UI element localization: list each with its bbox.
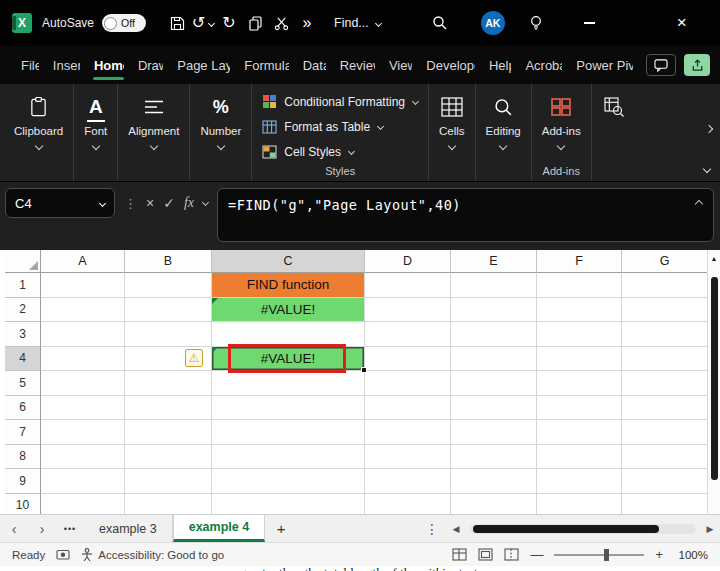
column-header-C[interactable]: C (212, 250, 365, 273)
autosave-toggle[interactable]: Off (102, 14, 146, 32)
ribbon-group-font[interactable]: A Font (74, 84, 118, 181)
cell-C3[interactable] (212, 322, 365, 347)
cell-A9[interactable] (41, 469, 125, 494)
menu-tab-formulas[interactable]: Formulas (243, 49, 288, 82)
cell-B8[interactable] (125, 445, 212, 470)
ribbon-group-alignment[interactable]: Alignment (118, 84, 190, 181)
conditional-formatting-button[interactable]: Conditional Formatting (262, 89, 418, 114)
cell-E6[interactable] (451, 396, 537, 421)
sheet-nav-prev[interactable]: ‹ (0, 515, 28, 542)
cell-D10[interactable] (365, 494, 451, 515)
close-button[interactable]: × (669, 8, 695, 38)
fill-handle[interactable] (361, 367, 367, 373)
sheet-tab-example-3[interactable]: example 3 (84, 515, 173, 542)
cell-B6[interactable] (125, 396, 212, 421)
ribbon-collapse-icon[interactable] (703, 165, 711, 173)
cell-D5[interactable] (365, 371, 451, 396)
copy-button[interactable] (242, 8, 268, 38)
cell-B4[interactable]: ⚠ (125, 347, 212, 372)
cell-E8[interactable] (451, 445, 537, 470)
cell-F2[interactable] (537, 298, 622, 323)
scroll-left-button[interactable]: ◀ (446, 515, 466, 542)
account-avatar[interactable]: AK (481, 11, 505, 35)
ribbon-group-number[interactable]: % Number (190, 84, 252, 181)
cell-G9[interactable] (622, 469, 708, 494)
zoom-level[interactable]: 100% (674, 549, 708, 561)
cell-C6[interactable] (212, 396, 365, 421)
cell-E9[interactable] (451, 469, 537, 494)
row-header-8[interactable]: 8 (5, 445, 41, 470)
zoom-in-button[interactable]: + (655, 547, 663, 562)
cell-F1[interactable] (537, 273, 622, 298)
cell-D7[interactable] (365, 420, 451, 445)
save-button[interactable] (164, 8, 190, 38)
row-header-1[interactable]: 1 (5, 273, 41, 298)
cell-B10[interactable] (125, 494, 212, 515)
page-layout-view-button[interactable] (478, 548, 493, 561)
menu-tab-insert[interactable]: Insert (52, 49, 80, 82)
cell-F9[interactable] (537, 469, 622, 494)
chevron-down-icon[interactable] (202, 199, 209, 206)
cell-E1[interactable] (451, 273, 537, 298)
cell-C7[interactable] (212, 420, 365, 445)
cell-C5[interactable] (212, 371, 365, 396)
cell-G3[interactable] (622, 322, 708, 347)
cell-F7[interactable] (537, 420, 622, 445)
cell-B3[interactable] (125, 322, 212, 347)
menu-tab-review[interactable]: Review (339, 49, 375, 82)
cell-G6[interactable] (622, 396, 708, 421)
zoom-slider-thumb[interactable] (604, 549, 609, 561)
row-header-6[interactable]: 6 (5, 396, 41, 421)
cell-A7[interactable] (41, 420, 125, 445)
row-header-5[interactable]: 5 (5, 371, 41, 396)
minimize-button[interactable] (577, 8, 603, 38)
cell-F5[interactable] (537, 371, 622, 396)
all-sheets-button[interactable]: ••• (56, 515, 84, 542)
horizontal-scrollbar-thumb[interactable] (473, 525, 659, 533)
search-button[interactable] (427, 8, 453, 38)
menu-tab-developer[interactable]: Developer (425, 49, 475, 82)
accessibility-status[interactable]: Accessibility: Good to go (81, 548, 224, 562)
cell-F4[interactable] (537, 347, 622, 372)
cell-A6[interactable] (41, 396, 125, 421)
ribbon-group-cells[interactable]: Cells (429, 84, 476, 181)
cell-E3[interactable] (451, 322, 537, 347)
cell-A8[interactable] (41, 445, 125, 470)
cell-F3[interactable] (537, 322, 622, 347)
cell-B9[interactable] (125, 469, 212, 494)
cell-A5[interactable] (41, 371, 125, 396)
comments-button[interactable] (646, 54, 676, 76)
menu-tab-file[interactable]: File (20, 49, 39, 82)
cell-D6[interactable] (365, 396, 451, 421)
row-header-2[interactable]: 2 (5, 298, 41, 323)
page-break-view-button[interactable] (504, 548, 519, 561)
cell-G1[interactable] (622, 273, 708, 298)
cancel-button[interactable]: × (146, 195, 154, 211)
cell-D8[interactable] (365, 445, 451, 470)
cell-C9[interactable] (212, 469, 365, 494)
cell-G8[interactable] (622, 445, 708, 470)
column-header-G[interactable]: G (622, 250, 708, 273)
menu-tab-power-pivot[interactable]: Power Pivot (575, 49, 633, 82)
cell-E4[interactable] (451, 347, 537, 372)
cell-A4[interactable] (41, 347, 125, 372)
horizontal-scrollbar[interactable] (470, 524, 696, 534)
format-as-table-button[interactable]: Format as Table (262, 114, 383, 139)
cell-C8[interactable] (212, 445, 365, 470)
menu-tab-help[interactable]: Help (488, 49, 511, 82)
collapse-formula-bar-icon[interactable] (695, 200, 703, 208)
find-dropdown[interactable]: Find... (334, 16, 381, 30)
zoom-out-button[interactable]: — (530, 547, 543, 562)
enter-button[interactable]: ✓ (163, 195, 175, 211)
cell-F10[interactable] (537, 494, 622, 515)
cell-G4[interactable] (622, 347, 708, 372)
row-header-7[interactable]: 7 (5, 420, 41, 445)
ribbon-group-add-ins[interactable]: Add-ins Add-ins (532, 84, 592, 181)
cell-E2[interactable] (451, 298, 537, 323)
cell-B5[interactable] (125, 371, 212, 396)
cut-button[interactable] (268, 8, 294, 38)
error-warning-icon[interactable]: ⚠ (185, 349, 203, 367)
tab-options-button[interactable]: ⋮ (418, 515, 446, 542)
menu-tab-view[interactable]: View (388, 49, 412, 82)
new-sheet-button[interactable]: + (265, 515, 297, 542)
